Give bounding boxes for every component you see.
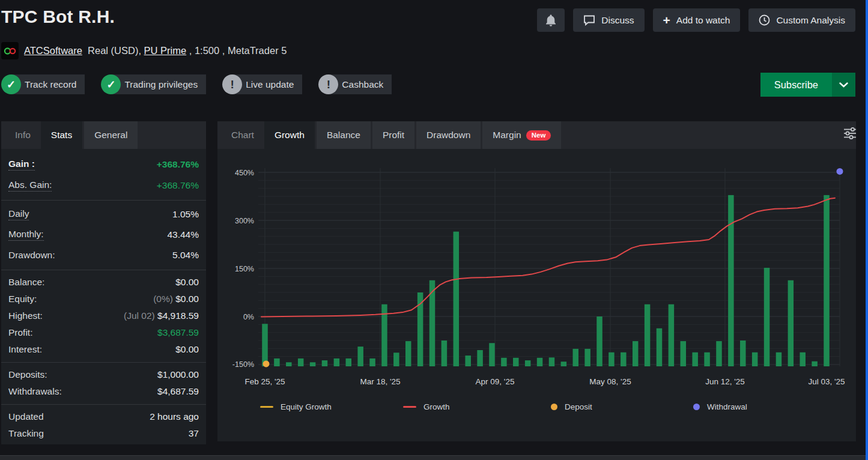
chart-tab-profit[interactable]: Profit — [372, 121, 414, 149]
account-mode: Real (USD), — [88, 45, 144, 56]
stat-label[interactable]: Gain : — [8, 159, 35, 171]
svg-text:450%: 450% — [235, 169, 254, 177]
stat-value: $4,687.59 — [157, 386, 199, 397]
svg-text:Apr 09, '25: Apr 09, '25 — [476, 377, 515, 386]
discuss-button[interactable]: Discuss — [573, 8, 644, 32]
sliders-icon — [842, 126, 858, 141]
legend-swatch-dot — [551, 404, 557, 410]
badge-label: Cashback — [329, 74, 392, 94]
stats-tab-stats[interactable]: Stats — [41, 121, 82, 149]
notifications-button[interactable] — [537, 8, 565, 32]
legend-item-equity-growth[interactable]: Equity Growth — [260, 402, 332, 411]
vendor-link[interactable]: ATCSoftware — [24, 45, 82, 56]
stat-label[interactable]: Daily — [8, 208, 29, 220]
stat-value: $3,687.59 — [157, 327, 199, 338]
stat-row-abs-gain: Abs. Gain:+368.76% — [8, 175, 199, 196]
chart-tab-chart[interactable]: Chart — [223, 121, 263, 149]
tab-label: Profit — [383, 130, 404, 141]
stat-row-highest: Highest:(Jul 02) $4,918.59 — [8, 307, 199, 324]
legend-item-growth[interactable]: Growth — [403, 402, 450, 411]
stat-label: Drawdown: — [8, 250, 55, 261]
stat-value: 37 — [189, 428, 199, 439]
stats-panel: InfoStatsGeneral Gain :+368.76%Abs. Gain… — [1, 121, 206, 444]
svg-text:150%: 150% — [235, 265, 254, 273]
stat-group: Updated2 hours agoTracking37 — [1, 405, 206, 446]
custom-analysis-button[interactable]: Custom Analysis — [748, 8, 855, 32]
svg-text:May 08, '25: May 08, '25 — [589, 377, 631, 386]
stat-label: Tracking — [8, 428, 44, 439]
stat-label: Balance: — [8, 277, 44, 288]
broker-link[interactable]: PU Prime — [144, 45, 187, 56]
growth-chart[interactable]: 450%300%150%0%-150%Feb 25, '25Mar 18, '2… — [217, 149, 856, 413]
stat-label: Updated — [8, 411, 44, 422]
page-title: TPC Bot R.H. — [1, 7, 115, 27]
growth-chart-svg: 450%300%150%0%-150%Feb 25, '25Mar 18, '2… — [217, 149, 856, 413]
stat-row-profit: Profit:$3,687.59 — [8, 324, 199, 341]
stat-label[interactable]: Monthly: — [8, 229, 44, 241]
stat-value-note: (Jul 02) — [124, 310, 157, 321]
subscribe-button[interactable]: Subscribe — [760, 73, 832, 97]
stat-label: Highest: — [8, 310, 43, 321]
stat-value: 43.44% — [167, 229, 199, 240]
svg-text:Jul 03, '25: Jul 03, '25 — [808, 377, 845, 386]
stat-label: Withdrawals: — [8, 386, 62, 397]
stat-row-updated: Updated2 hours ago — [8, 408, 199, 425]
badge-cashback[interactable]: !Cashback — [318, 74, 392, 94]
add-to-watch-label: Add to watch — [676, 15, 730, 26]
account-info-row: ATCSoftware Real (USD), PU Prime , 1:500… — [1, 42, 287, 59]
chart-panel-tabs: ChartGrowthBalanceProfitDrawdownMarginNe… — [217, 121, 856, 149]
stat-value: $0.00 — [175, 344, 199, 355]
chart-tab-growth[interactable]: Growth — [264, 121, 315, 149]
badge-label: Trading privileges — [112, 74, 206, 94]
stat-row-equity: Equity:(0%) $0.00 — [8, 291, 199, 307]
subscribe-dropdown-button[interactable] — [832, 73, 855, 97]
stat-group: Deposits:$1,000.00Withdrawals:$4,687.59 — [1, 363, 206, 405]
stat-value: +368.76% — [157, 159, 199, 170]
stat-value: 1.05% — [172, 209, 199, 220]
badge-label: Track record — [12, 74, 85, 94]
tab-label: Margin — [493, 130, 521, 141]
badge-track-record[interactable]: ✓Track record — [1, 74, 85, 94]
legend-label: Withdrawal — [707, 402, 747, 411]
stat-value: (Jul 02) $4,918.59 — [124, 310, 199, 321]
legend-label: Deposit — [565, 402, 592, 411]
tab-label: General — [94, 130, 127, 141]
svg-text:Feb 25, '25: Feb 25, '25 — [244, 377, 285, 386]
svg-text:Jun 12, '25: Jun 12, '25 — [705, 377, 745, 386]
svg-text:-150%: -150% — [232, 360, 254, 369]
stat-row-withdrawals: Withdrawals:$4,687.59 — [8, 383, 199, 400]
stat-label: Equity: — [8, 294, 37, 304]
tab-label: Stats — [51, 130, 72, 141]
stat-label[interactable]: Abs. Gain: — [8, 180, 52, 192]
chart-settings-button[interactable] — [842, 126, 858, 143]
tab-label: Growth — [275, 130, 305, 141]
legend-swatch-dot — [693, 404, 700, 410]
account-rest: , 1:500 , MetaTrader 5 — [186, 45, 287, 56]
legend-item-deposit[interactable]: Deposit — [551, 402, 592, 411]
new-badge: New — [526, 130, 551, 141]
stats-tab-general[interactable]: General — [84, 121, 138, 149]
tab-label: Drawdown — [426, 130, 470, 141]
stat-row-gain: Gain :+368.76% — [8, 154, 199, 175]
badge-trading-privileges[interactable]: ✓Trading privileges — [101, 74, 206, 94]
chart-tab-margin[interactable]: MarginNew — [482, 121, 561, 149]
stat-row-daily: Daily1.05% — [8, 204, 199, 225]
legend-item-withdrawal[interactable]: Withdrawal — [693, 402, 747, 411]
chart-panel: ChartGrowthBalanceProfitDrawdownMarginNe… — [217, 121, 856, 441]
stat-value: 5.04% — [172, 250, 199, 261]
stats-tab-info[interactable]: Info — [7, 121, 39, 149]
legend-swatch-line — [403, 406, 416, 408]
chart-tab-balance[interactable]: Balance — [317, 121, 371, 149]
window-scrollbar-strip[interactable] — [866, 0, 868, 460]
chart-tab-drawdown[interactable]: Drawdown — [416, 121, 481, 149]
verification-badges: ✓Track record✓Trading privileges!Live up… — [1, 74, 408, 94]
custom-analysis-label: Custom Analysis — [776, 15, 845, 26]
chat-bubble-icon — [583, 14, 595, 26]
legend-swatch-line — [260, 406, 273, 408]
stat-value: $0.00 — [175, 277, 199, 288]
tab-label: Chart — [231, 130, 254, 141]
add-to-watch-button[interactable]: + Add to watch — [653, 8, 741, 32]
stat-label: Interest: — [8, 344, 42, 355]
stat-group: Gain :+368.76%Abs. Gain:+368.76% — [1, 150, 206, 201]
badge-live-update[interactable]: !Live update — [222, 74, 302, 94]
